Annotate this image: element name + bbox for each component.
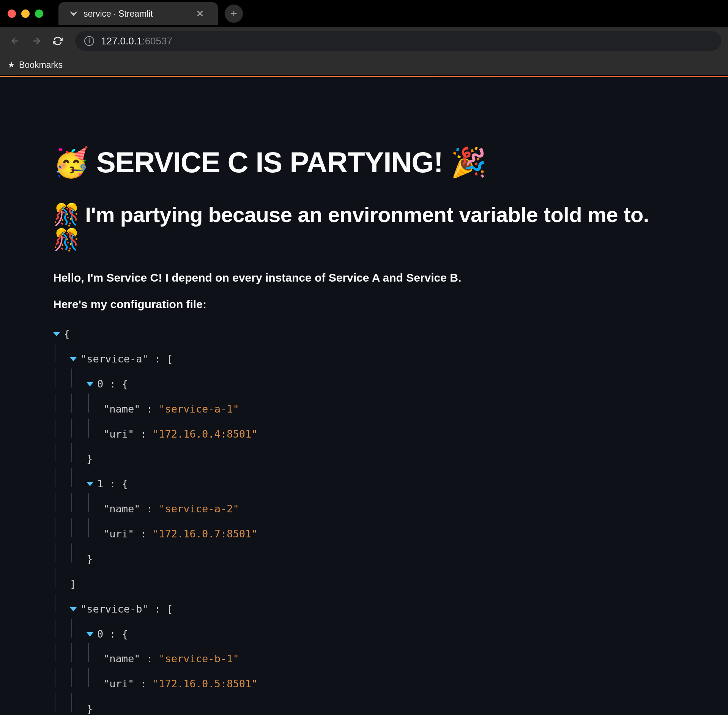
bookmarks-bar: ★ Bookmarks xyxy=(0,55,728,76)
json-line: "service-a" : [ xyxy=(53,343,675,369)
page-content: 🥳 SERVICE C IS PARTYING! 🎉 🎊 I'm partyin… xyxy=(0,77,728,715)
streamlit-favicon-icon xyxy=(69,9,78,18)
window-maximize-button[interactable] xyxy=(35,9,43,18)
browser-tab[interactable]: service · Streamlit ✕ xyxy=(58,2,218,25)
json-line: 0 : { xyxy=(53,369,675,394)
bookmarks-menu[interactable]: ★ Bookmarks xyxy=(8,60,63,70)
config-label: Here's my configuration file: xyxy=(53,298,675,311)
json-line: { xyxy=(53,324,675,343)
caret-down-icon[interactable] xyxy=(70,357,77,361)
tab-close-button[interactable]: ✕ xyxy=(193,8,207,20)
page-title: 🥳 SERVICE C IS PARTYING! 🎉 xyxy=(53,145,675,180)
star-icon: ★ xyxy=(8,60,15,70)
json-line: 0 : { xyxy=(53,619,675,644)
forward-button[interactable] xyxy=(28,33,45,49)
reload-button[interactable] xyxy=(49,33,66,49)
tab-bar: service · Streamlit ✕ + xyxy=(0,0,728,27)
json-line: } xyxy=(53,543,675,569)
url-port: :60537 xyxy=(142,35,172,47)
browser-toolbar: i 127.0.0.1:60537 xyxy=(0,27,728,55)
url-host: 127.0.0.1 xyxy=(101,35,142,47)
caret-down-icon[interactable] xyxy=(87,382,93,386)
json-line: "uri" : "172.16.0.5:8501" xyxy=(53,668,675,693)
json-line: "service-b" : [ xyxy=(53,594,675,619)
address-bar[interactable]: i 127.0.0.1:60537 xyxy=(75,31,721,51)
caret-down-icon[interactable] xyxy=(87,482,93,486)
url-text: 127.0.0.1:60537 xyxy=(101,35,172,47)
json-line: } xyxy=(53,443,675,468)
caret-down-icon[interactable] xyxy=(53,332,60,336)
bookmarks-label: Bookmarks xyxy=(19,60,63,70)
window-minimize-button[interactable] xyxy=(21,9,30,18)
window-controls xyxy=(8,9,43,18)
window-close-button[interactable] xyxy=(8,9,16,18)
json-viewer[interactable]: {"service-a" : [0 : {"name" : "service-a… xyxy=(53,324,675,715)
json-line: ] xyxy=(53,569,675,594)
back-button[interactable] xyxy=(7,33,24,49)
intro-text: Hello, I'm Service C! I depend on every … xyxy=(53,271,675,284)
json-line: "name" : "service-b-1" xyxy=(53,643,675,668)
site-info-icon[interactable]: i xyxy=(84,36,94,46)
caret-down-icon[interactable] xyxy=(70,607,77,611)
page-subtitle: 🎊 I'm partying because an environment va… xyxy=(53,202,675,252)
new-tab-button[interactable]: + xyxy=(225,5,243,23)
tab-title: service · Streamlit xyxy=(84,9,188,19)
json-line: 1 : { xyxy=(53,468,675,493)
json-line: } xyxy=(53,693,675,715)
json-line: "name" : "service-a-1" xyxy=(53,394,675,419)
json-line: "uri" : "172.16.0.7:8501" xyxy=(53,518,675,543)
json-line: "name" : "service-a-2" xyxy=(53,493,675,518)
json-line: "uri" : "172.16.0.4:8501" xyxy=(53,419,675,444)
caret-down-icon[interactable] xyxy=(87,632,93,636)
browser-chrome: service · Streamlit ✕ + i 127.0.0.1:6053… xyxy=(0,0,728,76)
